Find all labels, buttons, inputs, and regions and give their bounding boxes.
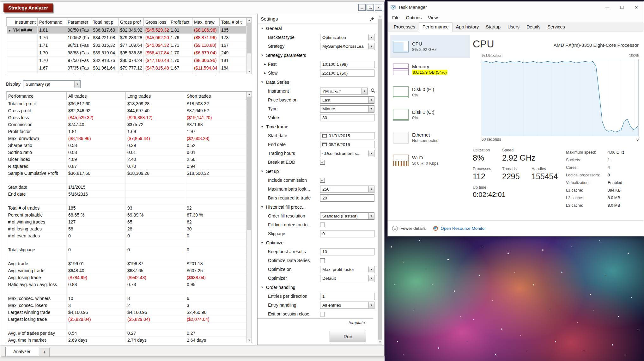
slippage-input[interactable]: 0 — [320, 230, 374, 237]
value-input[interactable]: 30 — [320, 114, 374, 121]
break-at-eod-checkbox[interactable] — [320, 160, 325, 165]
section-strategy-parameters[interactable]: ▼ Strategy parameters — [258, 51, 378, 60]
column-header[interactable]: Instrument — [7, 18, 38, 26]
backtest-type-select[interactable]: Optimization ▼ — [320, 34, 374, 41]
summary-row[interactable]: Max. drawdown ($8,186.96) ($7,859.44) ($… — [7, 135, 246, 142]
column-header[interactable]: Gross prof — [118, 18, 144, 26]
scrollbar-thumb[interactable] — [247, 97, 251, 230]
summary-row[interactable]: Max. consec. losers 3 2 3 — [7, 302, 246, 309]
tab-analyzer[interactable]: Analyzer — [5, 347, 38, 356]
column-header[interactable]: Long trades — [126, 92, 185, 100]
summary-row[interactable]: Avg. # of trades per day 0.54 0.27 0.27 — [7, 330, 246, 337]
summary-row[interactable] — [7, 177, 246, 184]
scrollbar-down-icon[interactable]: ▼ — [247, 338, 252, 343]
maximize-button[interactable]: ☐ — [615, 2, 629, 13]
trading-hours-select[interactable]: <Use instrument s... ▼ — [320, 150, 374, 157]
summary-row[interactable] — [7, 198, 246, 205]
fewer-details-button[interactable]: ▲ Fewer details — [392, 226, 426, 231]
summary-row[interactable]: Start date 1/1/2015 — [7, 184, 246, 191]
result-row[interactable]: 1.76 100/52 (Fa $34,221.08 $79,283.28 ($… — [7, 34, 246, 41]
summary-row[interactable]: Sharpe ratio 0.58 0.39 0.52 — [7, 142, 246, 149]
summary-scrollbar[interactable]: ▲ ▼ — [246, 92, 252, 343]
order-fill-resolution-select[interactable]: Standard (Fastest) ▼ — [320, 212, 374, 220]
summary-row[interactable]: Gross loss ($45,529.32) ($26,388.12) ($1… — [7, 114, 246, 121]
summary-row[interactable]: Largest winning trade $4,160.96 $4,160.9… — [7, 309, 246, 316]
summary-row[interactable]: Max. consec. winners 10 8 6 — [7, 295, 246, 302]
summary-row[interactable]: Avg. trade $199.01 $196.87 $201.18 — [7, 260, 246, 267]
summary-row[interactable] — [7, 253, 246, 260]
expand-triangle-icon[interactable]: ▶ — [264, 63, 266, 66]
instrument-select[interactable]: YM ##-## ▼ — [320, 88, 368, 95]
summary-row[interactable]: Profit factor 1.81 1.69 1.97 — [7, 128, 246, 135]
perf-sidebar-item[interactable]: Ethernet Not connected — [390, 126, 470, 149]
section-set-up[interactable]: ▼ Set up — [258, 167, 378, 176]
summary-row[interactable]: Avg. winning trade $648.40 $687.65 $607.… — [7, 267, 246, 274]
optimize-on-select[interactable]: Max. profit factor ▼ — [320, 266, 374, 273]
task-manager-tab[interactable]: App history — [453, 23, 483, 32]
scrollbar-down-icon[interactable]: ▼ — [247, 69, 252, 74]
summary-row[interactable]: Percent profitable 68.65 % 69.89 % 67.39… — [7, 211, 246, 218]
perf-sidebar-item[interactable]: CPU 8% 2.92 GHz — [390, 35, 470, 58]
summary-row[interactable]: Sortino ratio 0.03 0.01 0.01 — [7, 149, 246, 156]
open-resource-monitor-link[interactable]: Open Resource Monitor — [433, 226, 486, 231]
section-optimize[interactable]: ▼ Optimize — [258, 238, 378, 247]
maximum-bars-select[interactable]: 256 ▼ — [320, 186, 374, 193]
result-row[interactable]: 1.71 98/51 (Fas $32,015.32 $77,109.64 ($… — [7, 41, 246, 49]
column-header[interactable]: All trades — [67, 92, 126, 100]
column-header[interactable]: Short trades — [185, 92, 246, 100]
fast-input[interactable]: 10;100;1 (98) — [320, 61, 374, 68]
exit-on-session-close-checkbox[interactable] — [320, 312, 325, 316]
summary-row[interactable]: Total slippage 0 0 0 — [7, 246, 246, 253]
result-row[interactable]: 1.70 97/50 (Fas $32,913.76 $80,074.24 ($… — [7, 57, 246, 64]
summary-row[interactable]: Largest losing trade ($5,829.04) ($5,829… — [7, 316, 246, 323]
column-header[interactable]: Gross loss — [144, 18, 169, 26]
task-manager-tab[interactable]: Users — [504, 23, 523, 32]
type-select[interactable]: Minute ▼ — [320, 105, 374, 113]
scrollbar-up-icon[interactable]: ▲ — [247, 92, 252, 97]
summary-row[interactable]: Sample Cumulative Profit $36,817.60 $18,… — [7, 170, 246, 177]
summary-row[interactable]: R squared 0.87 0.70 0.94 — [7, 163, 246, 170]
entries-per-direction-input[interactable]: 1 — [320, 293, 374, 300]
scrollbar-thumb[interactable] — [378, 19, 382, 340]
result-row[interactable]: 1.67 97/35 (Fas $31,961.64 $79,777.12 ($… — [7, 64, 246, 72]
restore-button[interactable] — [367, 4, 374, 11]
end-date-picker[interactable]: 05/16/2016 — [320, 141, 374, 148]
fill-limit-orders-checkbox[interactable] — [320, 223, 325, 227]
section-order-handling[interactable]: ▼ Order handling — [258, 283, 378, 292]
close-button[interactable]: ✕ — [375, 4, 382, 11]
summary-row[interactable]: # of winning trades 127 65 62 — [7, 218, 246, 225]
expand-triangle-icon[interactable]: ▶ — [264, 71, 266, 75]
summary-row[interactable] — [7, 288, 246, 295]
result-row[interactable]: ▼YM ##-## 1.81 98/50 (Fas $36,817.60 $82… — [7, 26, 246, 34]
perf-sidebar-item[interactable]: Wi-Fi S: 0 R: 0 Kbps — [390, 149, 470, 172]
pin-icon[interactable] — [370, 16, 374, 21]
summary-row[interactable]: Avg. losing trade ($784.99) ($942.43) ($… — [7, 274, 246, 281]
summary-row[interactable]: # of losing trades 58 28 30 — [7, 225, 246, 232]
summary-row[interactable]: Avg. time in market 2.69 days 2.74 days … — [7, 337, 246, 343]
menu-item[interactable]: View — [425, 15, 441, 20]
menu-item[interactable]: Options — [403, 15, 425, 20]
summary-row[interactable]: End date 5/16/2016 — [7, 191, 246, 198]
section-general[interactable]: ▼ General — [258, 24, 378, 33]
summary-row[interactable]: Ratio avg. win / avg. loss 0.83 0.73 0.9… — [7, 281, 246, 288]
perf-sidebar-item[interactable]: Memory 8.6/15.9 GB (54%) — [390, 58, 470, 81]
strategy-analyzer-titlebar[interactable]: Strategy Analyzer ✕ — [0, 2, 384, 14]
task-manager-tab[interactable]: Performance — [419, 22, 453, 32]
template-link[interactable]: template — [349, 320, 365, 325]
result-row[interactable]: 1.66 98/105 (Fa $30,125.48 $75,545.72 ($… — [7, 72, 246, 74]
optimize-data-series-checkbox[interactable] — [320, 258, 325, 263]
row-expander-icon[interactable]: ▼ — [8, 29, 11, 32]
menu-item[interactable]: File — [389, 15, 403, 20]
column-header[interactable]: Total # of t — [220, 18, 246, 26]
scrollbar-up-icon[interactable]: ▲ — [378, 14, 382, 19]
optimizer-select[interactable]: Default ▼ — [320, 275, 374, 282]
scrollbar-up-icon[interactable]: ▲ — [247, 18, 252, 23]
results-scrollbar[interactable]: ▲ ▼ — [246, 18, 252, 74]
scrollbar-thumb[interactable] — [247, 23, 251, 53]
keep-best-input[interactable]: 10 — [320, 248, 374, 255]
scrollbar-down-icon[interactable]: ▼ — [378, 340, 382, 345]
price-based-on-select[interactable]: Last ▼ — [320, 96, 374, 104]
column-header[interactable]: Performance — [7, 92, 67, 100]
entry-handling-select[interactable]: All entries ▼ — [320, 302, 374, 309]
summary-row[interactable]: Ulcer index 4.09 2.40 2.56 — [7, 156, 246, 163]
